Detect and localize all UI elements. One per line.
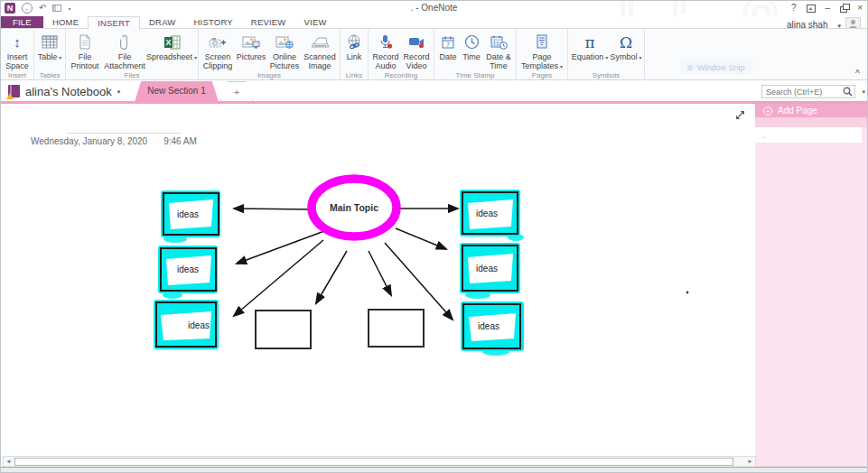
file-attachment-icon (119, 32, 130, 52)
node-label: ideas (188, 320, 210, 330)
insert-space-button[interactable]: ↕ Insert Space (3, 30, 32, 70)
notebook-caret-icon[interactable]: ▾ (117, 88, 121, 96)
page-list-spacer (755, 117, 867, 127)
dropdown-caret-icon: ▾ (59, 55, 61, 60)
window-controls: ? ▴ – × (791, 3, 863, 14)
scrollbar-thumb[interactable] (14, 458, 733, 466)
page-list-item-current[interactable]: . (755, 127, 862, 143)
tab-file[interactable]: FILE (1, 16, 43, 28)
time-button[interactable]: Time (460, 30, 483, 61)
link-icon (346, 32, 362, 52)
scroll-left-icon[interactable]: ◄ (4, 457, 14, 467)
equation-button[interactable]: π Equation▾ (570, 30, 610, 62)
mindmap-drawing[interactable]: Main Topic ideas ideas idea (1, 104, 757, 465)
ribbon-tab-row: FILE HOME INSERT DRAW HISTORY REVIEW VIE… (1, 16, 867, 28)
arrow-center-left[interactable] (316, 251, 347, 303)
time-icon (464, 32, 480, 52)
insert-space-icon: ↕ (14, 32, 21, 52)
mindmap-node[interactable]: ideas (154, 300, 219, 349)
record-video-button[interactable]: Record Video (401, 30, 432, 70)
notebook-name[interactable]: alina's Notebook (25, 85, 112, 98)
arrow-right-bottom[interactable] (385, 243, 453, 320)
restore-icon[interactable] (840, 6, 847, 13)
arrow-left[interactable] (234, 209, 313, 209)
arrow-left-bottom[interactable] (234, 240, 323, 316)
tab-home[interactable]: HOME (43, 16, 88, 28)
window-title: . - OneNote (1, 3, 867, 13)
online-pictures-icon (275, 32, 294, 52)
arrow-center-right[interactable] (369, 251, 391, 295)
notebook-icon (8, 85, 20, 97)
node-label: ideas (476, 264, 498, 274)
new-section-button[interactable]: + (220, 81, 253, 101)
ink-dot[interactable] (686, 292, 689, 294)
file-printout-button[interactable]: File Printout (68, 30, 102, 70)
online-pictures-button[interactable]: Online Pictures (267, 30, 302, 70)
record-audio-button[interactable]: Record Audio (370, 30, 401, 70)
arrow-right-mid[interactable] (396, 228, 446, 249)
section-tab-new-section-1[interactable]: New Section 1 (135, 81, 218, 101)
mindmap-node[interactable]: ideas (460, 190, 524, 241)
mindmap-empty-box[interactable] (256, 311, 311, 348)
page-canvas[interactable]: Wednesday, January 8, 2020 9:46 AM (1, 104, 757, 468)
record-audio-icon (378, 32, 393, 52)
mindmap-node[interactable]: ideas (460, 243, 520, 299)
minimize-icon[interactable]: – (826, 3, 831, 14)
mindmap-node[interactable]: ideas (161, 190, 220, 243)
page-title: . (763, 131, 766, 140)
mindmap-empty-box[interactable] (369, 310, 424, 347)
mindmap-center-node[interactable]: Main Topic (312, 179, 397, 236)
tab-history[interactable]: HISTORY (185, 16, 242, 28)
screen-clipping-icon (209, 32, 227, 52)
window-bottom-edge (1, 467, 867, 472)
mindmap-node[interactable]: ideas (461, 301, 524, 356)
search-input[interactable] (766, 88, 843, 97)
tab-review[interactable]: REVIEW (242, 16, 295, 28)
tab-draw[interactable]: DRAW (140, 16, 184, 28)
add-page-label: Add Page (778, 106, 817, 116)
screen-clipping-button[interactable]: Screen Clipping (201, 30, 235, 70)
scroll-right-icon[interactable]: ► (745, 457, 755, 467)
search-box[interactable] (761, 85, 855, 98)
symbol-button[interactable]: Ω Symbol▾ (610, 30, 642, 62)
close-icon[interactable]: × (857, 3, 863, 14)
omega-icon: Ω (620, 32, 632, 52)
date-and-time-button[interactable]: Date & Time (483, 30, 514, 70)
search-icon[interactable] (843, 87, 853, 97)
add-page-button[interactable]: + Add Page (755, 104, 867, 117)
node-label: ideas (177, 209, 199, 219)
ribbon-group-insert: ↕ Insert Space Insert (1, 29, 34, 79)
mindmap-node[interactable]: ideas (158, 246, 218, 299)
arrow-left-mid[interactable] (237, 231, 324, 264)
page-list-panel: + Add Page . (755, 104, 867, 468)
pictures-button[interactable]: Pictures (235, 30, 267, 61)
ribbon-group-recording: Record Audio Record Video Recording (369, 29, 434, 79)
ribbon-group-pages: Page Templates▾ Pages (517, 29, 568, 79)
pi-icon: π (584, 32, 594, 52)
table-button[interactable]: Table▾ (36, 30, 63, 62)
node-label: ideas (177, 264, 199, 274)
ribbon-group-images: Screen Clipping Pictures Online Pictures… (199, 29, 341, 79)
date-icon: 7 (441, 32, 455, 52)
search-scope-caret-icon[interactable]: ▾ (862, 88, 865, 96)
dropdown-caret-icon: ▾ (560, 64, 563, 70)
link-button[interactable]: Link (342, 30, 366, 61)
scanned-image-button[interactable]: Scanned Image (302, 30, 338, 70)
tab-insert[interactable]: INSERT (88, 16, 140, 30)
record-video-icon (408, 32, 425, 52)
page-templates-button[interactable]: Page Templates▾ (518, 30, 565, 71)
ribbon-group-links: Link Links (341, 29, 369, 79)
ribbon-display-options-icon[interactable]: ▴ (807, 5, 816, 13)
date-button[interactable]: 7 Date (436, 30, 460, 61)
onenote-window: N ← ↶ ▾ . - OneNote ? ▴ – × FILE HOME IN… (0, 0, 868, 473)
node-label: ideas (478, 321, 499, 331)
notebook-bar: alina's Notebook ▾ New Section 1 + ▾ (1, 81, 867, 101)
spreadsheet-button[interactable]: X Spreadsheet▾ (147, 30, 196, 62)
collapse-ribbon-icon[interactable]: ^ (855, 68, 860, 77)
ribbon-group-symbols: π Equation▾ Ω Symbol▾ Symbols (568, 29, 645, 79)
ribbon-group-time-stamp: 7 Date Time Date & Time Time Stamp (434, 29, 517, 79)
dropdown-caret-icon: ▾ (194, 55, 197, 60)
tab-view[interactable]: VIEW (295, 16, 336, 28)
help-icon[interactable]: ? (791, 3, 797, 14)
file-attachment-button[interactable]: File Attachment (102, 30, 147, 70)
